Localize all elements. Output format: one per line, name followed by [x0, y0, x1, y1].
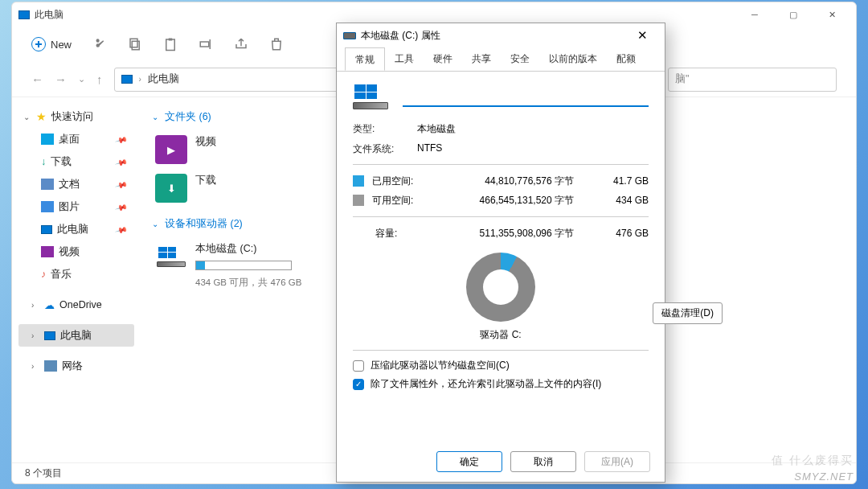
video-icon: ▶	[155, 135, 187, 164]
tab-bar: 常规 工具 硬件 共享 安全 以前的版本 配额	[337, 47, 665, 72]
share-icon[interactable]	[234, 37, 248, 51]
search-placeholder: 脑"	[675, 72, 689, 86]
usage-donut-chart	[466, 253, 535, 322]
network-icon	[44, 360, 57, 372]
item-count: 8 个项目	[25, 466, 62, 480]
watermark: SMYZ.NET	[794, 471, 854, 483]
music-icon: ♪	[41, 269, 46, 280]
plus-icon	[31, 37, 46, 51]
svg-rect-1	[130, 39, 137, 47]
document-icon	[41, 179, 54, 190]
compress-checkbox-row[interactable]: 压缩此驱动器以节约磁盘空间(C)	[353, 359, 649, 372]
tab-sharing[interactable]: 共享	[462, 47, 501, 71]
cloud-icon: ☁	[44, 299, 55, 311]
delete-icon[interactable]	[269, 37, 284, 51]
properties-dialog: 本地磁盘 (C:) 属性 ✕ 常规 工具 硬件 共享 安全 以前的版本 配额 类…	[336, 23, 665, 483]
free-swatch	[353, 195, 364, 206]
disk-cleanup-button[interactable]: 磁盘清理(D)	[653, 302, 723, 324]
pin-icon: 📌	[115, 155, 128, 168]
close-button[interactable]: ✕	[814, 3, 850, 26]
thispc-icon	[41, 225, 52, 234]
rename-icon[interactable]	[199, 37, 213, 51]
desktop-icon	[41, 134, 54, 145]
chevron-right-icon: ›	[139, 75, 141, 84]
capacity-row: 容量: 511,355,908,096 字节 476 GB	[353, 225, 649, 241]
pictures-icon	[41, 201, 54, 212]
index-checkbox-row[interactable]: ✓ 除了文件属性外，还允许索引此驱动器上文件的内容(I)	[353, 377, 649, 391]
sidebar-network[interactable]: ›网络	[18, 355, 134, 377]
tab-tools[interactable]: 工具	[385, 47, 424, 71]
ok-button[interactable]: 确定	[436, 451, 502, 472]
dialog-title: 本地磁盘 (C:) 属性	[361, 29, 440, 43]
sidebar-item-desktop[interactable]: 桌面📌	[18, 128, 134, 150]
pin-icon: 📌	[115, 223, 128, 236]
pin-icon: 📌	[115, 200, 128, 213]
apply-button[interactable]: 应用(A)	[584, 451, 650, 472]
dialog-title-bar: 本地磁盘 (C:) 属性 ✕	[337, 23, 665, 47]
drive-icon	[353, 84, 388, 109]
drive-label: 驱动器 C:	[480, 328, 521, 342]
up-button[interactable]: ↑	[96, 72, 103, 86]
dialog-footer: 确定 取消 应用(A)	[337, 442, 665, 482]
checkbox-checked[interactable]: ✓	[353, 379, 364, 390]
svg-rect-4	[200, 42, 209, 47]
star-icon: ★	[36, 110, 47, 123]
used-space-row: 已用空间: 44,810,776,576 字节 41.7 GB	[353, 173, 649, 189]
tab-hardware[interactable]: 硬件	[424, 47, 462, 71]
window-title: 此电脑	[35, 8, 63, 22]
drive-icon	[155, 242, 187, 271]
sidebar-thispc[interactable]: ›此电脑	[18, 324, 134, 347]
video-icon	[41, 246, 54, 257]
cut-icon[interactable]	[92, 37, 107, 51]
tab-quota[interactable]: 配额	[607, 47, 645, 71]
pin-icon: 📌	[115, 178, 128, 191]
tab-general[interactable]: 常规	[345, 47, 385, 71]
maximize-button[interactable]: ▢	[776, 3, 811, 26]
recent-dropdown[interactable]: ⌄	[78, 74, 85, 84]
sidebar-item-videos[interactable]: 视频	[18, 240, 134, 263]
breadcrumb[interactable]: 此电脑	[148, 72, 179, 86]
nav-sidebar: ⌄★快速访问 桌面📌 ↓下载📌 文档📌 图片📌 此电脑📌 视频 ♪音乐 ›☁On…	[12, 97, 141, 462]
svg-rect-3	[169, 39, 173, 41]
search-box[interactable]: 脑"	[668, 68, 837, 92]
minimize-button[interactable]: ─	[737, 3, 772, 26]
back-button[interactable]: ←	[31, 72, 43, 86]
tab-security[interactable]: 安全	[501, 47, 539, 71]
checkbox-unchecked[interactable]	[353, 360, 364, 372]
download-icon: ⬇	[155, 174, 187, 203]
sidebar-item-music[interactable]: ♪音乐	[18, 263, 134, 286]
forward-button[interactable]: →	[55, 72, 67, 86]
type-value: 本地磁盘	[417, 122, 649, 136]
sidebar-item-thispc[interactable]: 此电脑📌	[18, 218, 134, 240]
svg-rect-2	[166, 39, 175, 51]
drive-name-input[interactable]	[403, 88, 649, 107]
sidebar-item-documents[interactable]: 文档📌	[18, 173, 134, 195]
usage-bar	[195, 261, 292, 270]
sidebar-item-pictures[interactable]: 图片📌	[18, 195, 134, 218]
watermark-cn: 值 什么废得买	[772, 454, 854, 468]
svg-rect-0	[132, 41, 139, 50]
free-space-row: 可用空间: 466,545,131,520 字节 434 GB	[353, 192, 649, 208]
new-button[interactable]: New	[31, 37, 72, 51]
thispc-icon	[18, 10, 30, 19]
thispc-icon	[44, 331, 55, 340]
drive-icon	[343, 32, 356, 39]
copy-icon[interactable]	[128, 37, 142, 51]
download-icon: ↓	[41, 156, 46, 167]
paste-icon[interactable]	[163, 37, 178, 51]
thispc-icon	[121, 75, 133, 84]
sidebar-quick-access[interactable]: ⌄★快速访问	[18, 105, 134, 128]
pin-icon: 📌	[115, 133, 128, 146]
tab-previous[interactable]: 以前的版本	[539, 47, 607, 71]
dialog-body: 类型:本地磁盘 文件系统:NTFS 已用空间: 44,810,776,576 字…	[337, 72, 665, 442]
sidebar-item-downloads[interactable]: ↓下载📌	[18, 150, 134, 173]
sidebar-onedrive[interactable]: ›☁OneDrive	[18, 294, 134, 316]
fs-value: NTFS	[417, 142, 649, 156]
cancel-button[interactable]: 取消	[510, 451, 576, 472]
used-swatch	[353, 175, 364, 187]
dialog-close-button[interactable]: ✕	[626, 24, 658, 47]
